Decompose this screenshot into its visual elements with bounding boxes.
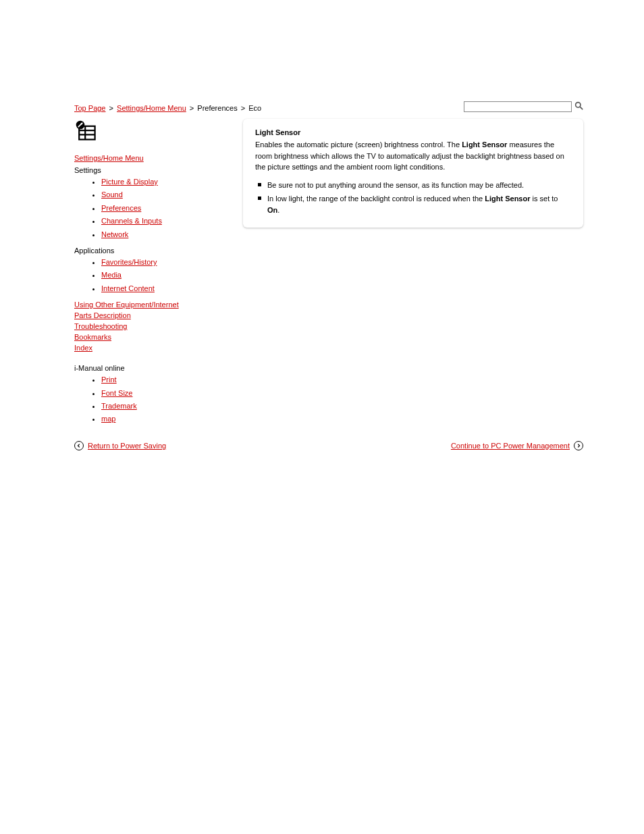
svg-point-0 bbox=[576, 103, 581, 107]
nav-preferences[interactable]: Preferences bbox=[101, 204, 141, 212]
nav-sub-settings: Settings bbox=[74, 166, 216, 174]
card-title: Light Sensor bbox=[255, 128, 571, 136]
nav-apps-list: Favorites/History Media Internet Content bbox=[74, 257, 216, 294]
search-icon[interactable] bbox=[574, 101, 583, 112]
breadcrumb-sep: > bbox=[108, 104, 115, 112]
breadcrumb-sep: > bbox=[240, 104, 246, 112]
sidebar: Settings/Home Menu Settings Picture & Di… bbox=[74, 119, 216, 432]
note-item: In low light, the range of the backlight… bbox=[258, 193, 571, 215]
breadcrumb-sep: > bbox=[188, 104, 195, 112]
nav-settings-list: Picture & Display Sound Preferences Chan… bbox=[74, 177, 216, 240]
body-text: Enables the automatic picture (screen) b… bbox=[255, 140, 462, 149]
nav-bookmarks[interactable]: Bookmarks bbox=[74, 333, 216, 341]
footer-prev[interactable]: Return to Power Saving bbox=[74, 441, 166, 450]
footer-prev-link[interactable]: Return to Power Saving bbox=[88, 442, 166, 450]
settings-icon bbox=[74, 119, 216, 145]
note-bold: On bbox=[267, 206, 277, 214]
breadcrumb-eco: Eco bbox=[248, 104, 261, 112]
nav-sub-imanual: i-Manual online bbox=[74, 364, 216, 372]
note-bold: Light Sensor bbox=[485, 194, 530, 203]
nav-channels-inputs[interactable]: Channels & Inputs bbox=[101, 217, 162, 225]
breadcrumb-settings[interactable]: Settings/Home Menu bbox=[117, 104, 186, 112]
nav-manual-list: Print Font Size Trademark map bbox=[74, 375, 216, 425]
footer-next[interactable]: Continue to PC Power Management bbox=[451, 441, 583, 450]
nav-favorites-history[interactable]: Favorites/History bbox=[101, 258, 157, 266]
nav-sub-applications: Applications bbox=[74, 246, 216, 255]
note-text: . bbox=[277, 206, 279, 214]
nav-other-equipment[interactable]: Using Other Equipment/Internet bbox=[74, 301, 216, 309]
notes-list: Be sure not to put anything around the s… bbox=[255, 180, 571, 216]
nav-sound[interactable]: Sound bbox=[101, 190, 123, 199]
arrow-left-icon bbox=[74, 441, 84, 450]
breadcrumb-preferences: Preferences bbox=[197, 104, 237, 112]
nav-internet-content[interactable]: Internet Content bbox=[101, 284, 155, 292]
note-text: is set to bbox=[530, 194, 558, 203]
search-input[interactable] bbox=[464, 101, 572, 112]
nav-media[interactable]: Media bbox=[101, 271, 122, 279]
breadcrumb-top[interactable]: Top Page bbox=[74, 104, 105, 112]
search-container bbox=[464, 101, 583, 112]
nav-font-size[interactable]: Font Size bbox=[101, 389, 132, 397]
nav-troubleshooting[interactable]: Troubleshooting bbox=[74, 322, 216, 330]
nav-settings-home[interactable]: Settings/Home Menu bbox=[74, 154, 216, 162]
nav-picture-display[interactable]: Picture & Display bbox=[101, 178, 158, 186]
body-bold1: Light Sensor bbox=[462, 140, 507, 149]
nav-parts-description[interactable]: Parts Description bbox=[74, 311, 216, 319]
nav-print[interactable]: Print bbox=[101, 375, 117, 384]
svg-line-1 bbox=[580, 107, 583, 109]
nav-index[interactable]: Index bbox=[74, 344, 216, 352]
nav-trademark[interactable]: Trademark bbox=[101, 402, 137, 410]
footer-next-link[interactable]: Continue to PC Power Management bbox=[451, 442, 570, 450]
note-text: In low light, the range of the backlight… bbox=[267, 194, 485, 203]
breadcrumb: Top Page > Settings/Home Menu > Preferen… bbox=[74, 104, 261, 112]
nav-network[interactable]: Network bbox=[101, 230, 128, 238]
arrow-right-icon bbox=[574, 441, 583, 450]
card-body: Enables the automatic picture (screen) b… bbox=[255, 139, 571, 173]
main-content: Light Sensor Enables the automatic pictu… bbox=[243, 119, 583, 432]
nav-map[interactable]: map bbox=[101, 415, 115, 423]
note-item: Be sure not to put anything around the s… bbox=[258, 180, 571, 191]
content-card: Light Sensor Enables the automatic pictu… bbox=[243, 119, 583, 228]
svg-point-7 bbox=[81, 123, 83, 125]
